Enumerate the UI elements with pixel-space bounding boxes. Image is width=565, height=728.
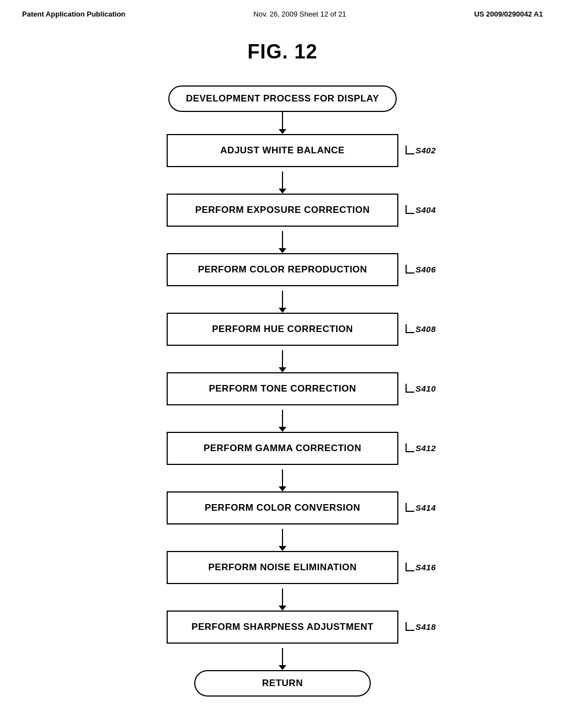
step-label-1: S404	[406, 205, 436, 215]
arrow-7	[282, 529, 283, 547]
step-label-4: S410	[406, 384, 436, 394]
figure-title: FIG. 12	[0, 40, 565, 63]
page-header: Patent Application Publication Nov. 26, …	[0, 0, 565, 24]
step-wrapper-0: ADJUST WHITE BALANCES402	[167, 134, 398, 167]
step-box-3: PERFORM HUE CORRECTIONS408	[167, 313, 398, 346]
start-node-wrapper: DEVELOPMENT PROCESS FOR DISPLAY	[168, 85, 397, 112]
arrow-3	[282, 291, 283, 308]
step-box-5: PERFORM GAMMA CORRECTIONS412	[167, 432, 398, 465]
step-label-5: S412	[406, 443, 436, 453]
flowchart: DEVELOPMENT PROCESS FOR DISPLAY ADJUST W…	[0, 85, 565, 697]
step-wrapper-7: PERFORM NOISE ELIMINATIONS416	[167, 551, 398, 584]
step-box-0: ADJUST WHITE BALANCES402	[167, 134, 398, 167]
arrow-1	[282, 172, 283, 189]
step-box-2: PERFORM COLOR REPRODUCTIONS406	[167, 253, 398, 286]
step-box-7: PERFORM NOISE ELIMINATIONS416	[167, 551, 398, 584]
step-label-7: S416	[406, 563, 436, 572]
step-label-0: S402	[406, 146, 436, 156]
step-box-8: PERFORM SHARPNESS ADJUSTMENTS418	[167, 611, 398, 644]
step-wrapper-4: PERFORM TONE CORRECTIONS410	[167, 372, 398, 405]
step-wrapper-6: PERFORM COLOR CONVERSIONS414	[167, 491, 398, 524]
step-label-3: S408	[406, 324, 436, 334]
step-wrapper-5: PERFORM GAMMA CORRECTIONS412	[167, 432, 398, 465]
step-wrapper-1: PERFORM EXPOSURE CORRECTIONS404	[167, 194, 398, 227]
step-box-1: PERFORM EXPOSURE CORRECTIONS404	[167, 194, 398, 227]
start-node: DEVELOPMENT PROCESS FOR DISPLAY	[168, 85, 397, 112]
step-wrapper-2: PERFORM COLOR REPRODUCTIONS406	[167, 253, 398, 286]
step-label-6: S414	[406, 503, 436, 513]
step-label-2: S406	[406, 265, 436, 275]
arrow-8	[282, 588, 283, 606]
header-center: Nov. 26, 2009 Sheet 12 of 21	[253, 10, 346, 18]
end-node-wrapper: RETURN	[194, 670, 371, 697]
step-wrapper-3: PERFORM HUE CORRECTIONS408	[167, 313, 398, 346]
arrow-4	[282, 350, 283, 368]
end-node: RETURN	[194, 670, 371, 697]
header-right: US 2009/0290042 A1	[474, 10, 543, 18]
arrow-6	[282, 469, 283, 487]
arrow-0	[282, 112, 283, 130]
arrow-final	[282, 648, 283, 666]
step-box-4: PERFORM TONE CORRECTIONS410	[167, 372, 398, 405]
step-wrapper-8: PERFORM SHARPNESS ADJUSTMENTS418	[167, 611, 398, 644]
step-box-6: PERFORM COLOR CONVERSIONS414	[167, 491, 398, 524]
arrow-2	[282, 231, 283, 249]
header-left: Patent Application Publication	[22, 10, 125, 18]
step-label-8: S418	[406, 622, 436, 632]
arrow-5	[282, 410, 283, 427]
